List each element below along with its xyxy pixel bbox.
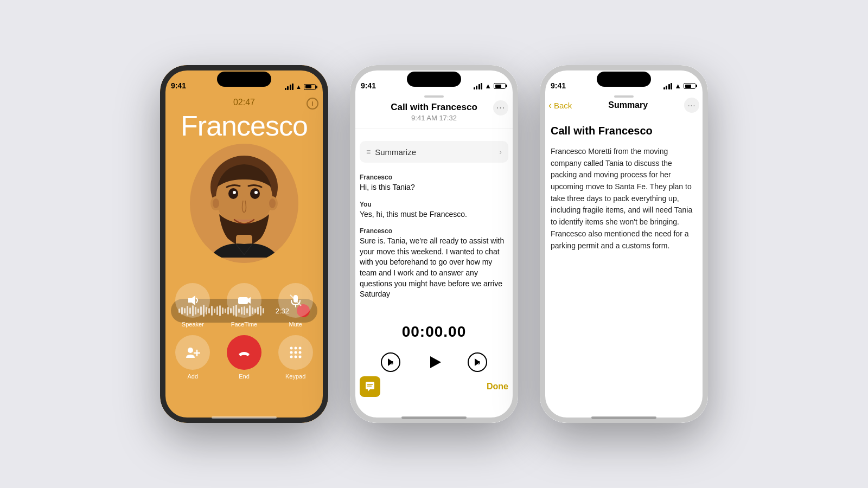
playback-time: 00:00.00 — [350, 323, 518, 341]
summarize-button[interactable]: ≡ Summarize › — [360, 141, 508, 163]
svg-point-24 — [298, 351, 301, 354]
summary-content-area: Call with Francesco Francesco Moretti fr… — [540, 125, 708, 390]
more-options-button[interactable]: ··· — [493, 100, 508, 115]
summary-more-button[interactable]: ··· — [684, 98, 699, 113]
play-icon — [423, 351, 445, 374]
add-label: Add — [188, 373, 199, 380]
transcript-messages: Francesco Hi, is this Tania? You Yes, hi… — [350, 169, 518, 314]
message-1: You Yes, hi, this must be Francesco. — [360, 201, 508, 220]
mute-icon — [288, 293, 303, 308]
keypad-label: Keypad — [285, 373, 305, 380]
back-button[interactable]: ‹ Back — [548, 100, 572, 111]
svg-point-19 — [290, 347, 292, 350]
svg-point-5 — [254, 191, 258, 194]
phone-summary: 9:41 ▲ ‹ Back Summary ··· — [540, 65, 708, 423]
battery-icon-3 — [684, 83, 697, 89]
end-button-wrap: End — [222, 335, 266, 380]
add-button-wrap: Add — [171, 335, 215, 380]
home-bar-1 — [212, 416, 277, 419]
playback-area: 00:00.00 15 15 — [350, 323, 518, 374]
speech-bubble-button[interactable] — [360, 376, 380, 397]
status-icons-1: ▲ — [285, 84, 317, 90]
playback-controls: 15 15 — [350, 350, 518, 374]
signal-icon-1 — [285, 84, 294, 90]
status-icons-2: ▲ — [474, 82, 507, 90]
summary-body-text: Francesco Moretti from the moving compan… — [551, 146, 697, 252]
mute-label: Mute — [289, 321, 302, 328]
svg-point-23 — [294, 351, 297, 354]
message-text-1: Yes, hi, this must be Francesco. — [360, 209, 508, 220]
svg-point-25 — [290, 356, 292, 358]
facetime-button-wrap: FaceTime — [222, 283, 266, 328]
fast-forward-button[interactable]: 15 — [465, 350, 489, 374]
svg-point-10 — [269, 198, 276, 208]
facetime-icon — [237, 293, 252, 308]
speaker-button-wrap: Speaker — [171, 283, 215, 328]
call-buttons-grid: Speaker FaceTime Mute — [171, 283, 317, 380]
svg-point-26 — [294, 356, 297, 358]
call-duration: 02:47 — [160, 98, 328, 107]
facetime-button[interactable] — [227, 283, 261, 318]
signal-icon-3 — [663, 83, 673, 89]
back-chevron-icon: ‹ — [548, 100, 552, 111]
drag-handle — [424, 95, 444, 98]
mute-button[interactable] — [278, 283, 313, 318]
speaker-button[interactable] — [175, 283, 210, 318]
wifi-icon-1: ▲ — [296, 84, 302, 90]
done-button[interactable]: Done — [487, 382, 508, 391]
play-button[interactable] — [422, 350, 446, 374]
end-call-button[interactable] — [227, 335, 261, 370]
signal-icon-2 — [474, 83, 483, 89]
svg-point-21 — [298, 347, 301, 350]
message-text-0: Hi, is this Tania? — [360, 182, 508, 193]
dynamic-island-2 — [407, 72, 461, 87]
message-0: Francesco Hi, is this Tania? — [360, 174, 508, 193]
status-icons-3: ▲ — [663, 82, 697, 90]
svg-marker-30 — [430, 356, 441, 368]
rewind-button[interactable]: 15 — [379, 350, 403, 374]
wifi-icon-3: ▲ — [674, 82, 681, 90]
summary-more-icon: ··· — [688, 101, 696, 110]
svg-rect-12 — [238, 297, 248, 304]
home-bar-2 — [401, 416, 467, 419]
svg-point-16 — [188, 348, 193, 353]
svg-text:15: 15 — [388, 360, 393, 365]
end-call-icon — [236, 344, 252, 361]
home-bar-3 — [591, 416, 656, 419]
svg-point-9 — [213, 198, 219, 208]
transcript-header: Call with Francesco 9:41 AM 17:32 — [350, 93, 518, 129]
svg-point-4 — [233, 191, 236, 194]
rewind-15-icon: 15 — [380, 352, 401, 373]
svg-marker-11 — [188, 296, 195, 305]
add-contact-icon — [185, 345, 200, 360]
caller-name: Francesco — [160, 110, 328, 142]
dynamic-island-3 — [597, 72, 651, 87]
speech-bubble-icon — [365, 381, 375, 392]
keypad-button[interactable] — [278, 335, 313, 370]
status-time-1: 9:41 — [171, 81, 186, 90]
add-button[interactable] — [175, 335, 210, 370]
battery-icon-2 — [494, 83, 507, 89]
more-icon: ··· — [496, 103, 505, 113]
transcript-bottom-bar: Done — [360, 376, 508, 397]
info-button[interactable]: i — [307, 98, 318, 110]
status-time-2: 9:41 — [361, 81, 376, 90]
transcript-subtitle: 9:41 AM 17:32 — [361, 114, 507, 122]
transcript-title: Call with Francesco — [361, 102, 507, 113]
forward-15-icon: 15 — [467, 352, 488, 373]
end-label: End — [239, 373, 250, 380]
memoji-svg — [195, 149, 293, 258]
caller-avatar — [190, 144, 298, 263]
summarize-label: Summarize — [375, 147, 495, 157]
svg-point-20 — [294, 347, 297, 350]
mute-button-wrap: Mute — [273, 283, 317, 328]
keypad-icon — [289, 345, 303, 359]
speaker-0: Francesco — [360, 174, 508, 181]
summarize-list-icon: ≡ — [366, 147, 371, 156]
avatar-area — [160, 144, 328, 263]
svg-point-27 — [298, 356, 301, 358]
message-text-2: Sure is. Tania, we're all ready to assis… — [360, 236, 508, 300]
dynamic-island-1 — [217, 72, 271, 87]
back-label: Back — [554, 101, 572, 110]
phone-transcript: 9:41 ▲ Call with Francesco 9:41 AM 17:32… — [350, 65, 518, 423]
